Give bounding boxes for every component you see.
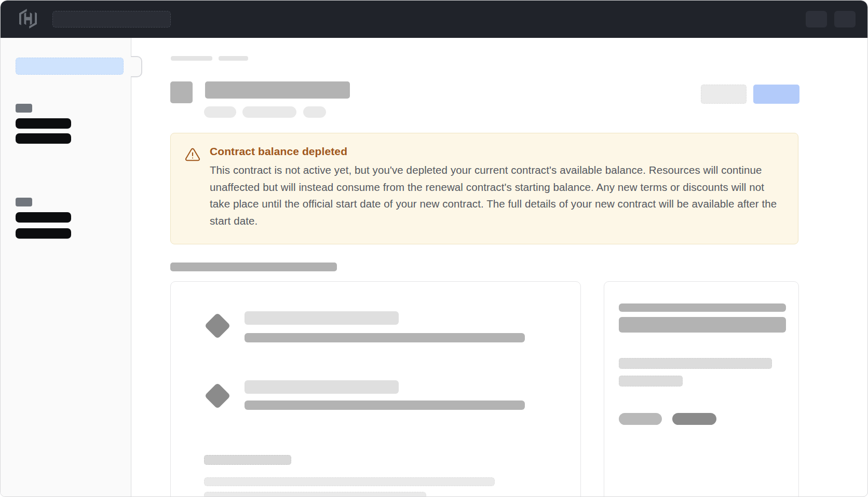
sidebar-item[interactable]	[16, 228, 71, 239]
placeholder-chip	[204, 455, 291, 465]
header-action-placeholder-2[interactable]	[834, 11, 856, 27]
placeholder-bar	[245, 401, 525, 410]
placeholder-bar	[245, 333, 525, 342]
placeholder-bar	[619, 317, 786, 333]
placeholder-bar	[204, 477, 495, 486]
sidebar	[1, 38, 131, 496]
card-button-placeholder[interactable]	[672, 413, 716, 425]
page-title-placeholder	[205, 81, 350, 99]
placeholder-bar	[204, 492, 426, 497]
screenshot-canvas: Contract balance depleted This contract …	[0, 0, 868, 497]
sidebar-item[interactable]	[16, 133, 71, 144]
placeholder-bar	[245, 311, 399, 325]
alert-title: Contract balance depleted	[210, 145, 347, 158]
sidebar-item-active[interactable]	[16, 58, 124, 75]
page-icon-placeholder	[170, 81, 193, 103]
diamond-icon	[205, 313, 231, 339]
breadcrumb-segment[interactable]	[219, 56, 248, 61]
sidebar-section-label	[16, 104, 32, 113]
side-card	[604, 281, 799, 497]
alert-body: This contract is not active yet, but you…	[210, 162, 787, 229]
warning-triangle-icon	[184, 147, 201, 162]
search-input[interactable]	[52, 11, 171, 27]
placeholder-bar	[245, 380, 399, 394]
warning-alert: Contract balance depleted This contract …	[170, 133, 798, 244]
header-action-placeholder-1[interactable]	[806, 11, 827, 27]
sidebar-collapse-handle[interactable]	[131, 56, 142, 77]
hashicorp-logo-icon[interactable]	[19, 9, 37, 29]
primary-button-placeholder[interactable]	[753, 85, 799, 104]
sidebar-item[interactable]	[16, 212, 71, 223]
content-card	[170, 281, 581, 497]
breadcrumb-segment[interactable]	[171, 56, 212, 61]
placeholder-bar	[619, 358, 772, 369]
card-button-placeholder[interactable]	[619, 413, 662, 425]
section-title-placeholder	[170, 263, 337, 271]
app-window: Contract balance depleted This contract …	[0, 0, 868, 497]
page-badge-placeholder	[242, 106, 296, 118]
placeholder-bar	[619, 376, 683, 386]
secondary-button-placeholder[interactable]	[701, 85, 747, 104]
diamond-icon	[205, 383, 231, 409]
placeholder-bar	[619, 303, 786, 312]
sidebar-item[interactable]	[16, 118, 71, 129]
page-badge-placeholder	[204, 106, 236, 118]
top-nav-bar	[1, 1, 867, 38]
sidebar-section-label	[16, 198, 32, 206]
page-badge-placeholder	[303, 106, 326, 118]
